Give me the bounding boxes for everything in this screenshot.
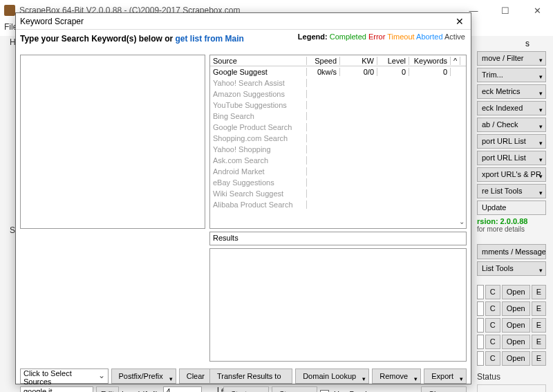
table-row[interactable]: Amazon Suggestions: [210, 88, 466, 100]
stop-button[interactable]: Stop: [272, 386, 317, 392]
cell-source: Ask.com Search: [210, 156, 307, 165]
trim-button[interactable]: Trim...: [477, 68, 546, 82]
postfix-prefix-button[interactable]: Postfix/Prefix: [111, 368, 176, 384]
legend-aborted: Aborted: [416, 32, 443, 41]
open-button-3[interactable]: Open: [502, 318, 530, 333]
e-button-1[interactable]: E: [532, 285, 546, 299]
legend-label: Legend:: [298, 32, 328, 41]
port-url-list-button-1[interactable]: port URL List: [477, 134, 546, 149]
table-row[interactable]: Alibaba Product Search: [210, 199, 466, 210]
open-button-5[interactable]: Open: [502, 351, 530, 366]
cell-source: Shopping.com Search: [210, 134, 307, 142]
list-input-4[interactable]: [477, 335, 484, 349]
section-label-1: s: [477, 39, 546, 48]
cell-source: Alibaba Product Search: [210, 200, 307, 209]
export-button[interactable]: Export: [424, 368, 467, 384]
port-url-list-button-2[interactable]: port URL List: [477, 151, 546, 165]
open-button-4[interactable]: Open: [502, 335, 530, 349]
table-row[interactable]: Wiki Search Suggest: [210, 188, 466, 199]
cell-source: Amazon Suggestions: [210, 90, 307, 98]
table-row[interactable]: Google Product Search: [210, 122, 466, 133]
c-button-5[interactable]: C: [485, 351, 500, 366]
transfer-results-button[interactable]: Transfer Results to Left Side: [209, 368, 292, 384]
list-input-1[interactable]: [477, 285, 484, 299]
c-button-4[interactable]: C: [485, 335, 500, 349]
use-proxies-checkbox[interactable]: ✓: [320, 390, 329, 393]
sources-table: Source Speed KW Level Keywords ^ Google …: [209, 55, 467, 229]
table-row[interactable]: Yahoo! Search Assist: [210, 77, 466, 88]
edit-button[interactable]: Edit: [96, 386, 119, 392]
table-row[interactable]: Shopping.com Search: [210, 133, 466, 144]
cell-source: Yahoo! Search Assist: [210, 79, 307, 87]
c-button-3[interactable]: C: [485, 318, 500, 333]
version-details: for more details: [477, 225, 546, 233]
table-header: Source Speed KW Level Keywords ^: [210, 55, 466, 66]
table-row[interactable]: Google Suggest0kw/s0/000: [210, 66, 466, 77]
close-button[interactable]: Close: [421, 386, 467, 392]
update-button[interactable]: Update: [477, 200, 546, 215]
table-row[interactable]: Bing Search: [210, 111, 466, 122]
get-list-link[interactable]: get list from Main: [176, 34, 244, 44]
domain-lookup-button[interactable]: Domain Lookup: [295, 368, 369, 384]
level-input[interactable]: 4: [163, 386, 202, 392]
export-pagerank-button[interactable]: xport URL's & PR: [477, 167, 546, 182]
col-kw[interactable]: KW: [340, 57, 377, 65]
list-input-3[interactable]: [477, 318, 484, 333]
col-keywords[interactable]: Keywords: [409, 57, 451, 65]
clear-button[interactable]: Clear: [179, 368, 212, 384]
remove-filter-button[interactable]: move / Filter: [477, 51, 546, 66]
check-indexed-button[interactable]: eck Indexed: [477, 101, 546, 115]
col-speed[interactable]: Speed: [307, 57, 340, 65]
col-level[interactable]: Level: [377, 57, 409, 65]
cell-kw: 0/0: [340, 68, 377, 76]
legend-timeout: Timeout: [387, 32, 414, 41]
e-button-5[interactable]: E: [532, 351, 546, 366]
c-button-1[interactable]: C: [485, 285, 500, 299]
open-button-1[interactable]: Open: [502, 285, 530, 299]
cell-source: YouTube Suggestions: [210, 101, 307, 109]
col-scroll-up[interactable]: ^: [451, 57, 460, 65]
start-button[interactable]: Start: [223, 386, 269, 392]
list-input-5[interactable]: [477, 351, 484, 366]
remove-button[interactable]: Remove: [372, 368, 421, 384]
table-row[interactable]: Android Market: [210, 166, 466, 177]
keyword-scraper-dialog: Keyword Scraper ✕ Type your Search Keywo…: [15, 12, 471, 384]
cell-keywords: 0: [409, 68, 451, 76]
maximize-button[interactable]: ☐: [489, 0, 521, 21]
list-tools-button-2[interactable]: List Tools: [477, 261, 546, 276]
cell-source: Yahoo! Shopping: [210, 145, 307, 153]
status-box: - -: [477, 384, 546, 392]
e-button-2[interactable]: E: [532, 301, 546, 316]
legend-error: Error: [368, 32, 385, 41]
col-source[interactable]: Source: [210, 57, 307, 65]
status-line-1: -: [480, 388, 543, 392]
table-row[interactable]: YouTube Suggestions: [210, 100, 466, 111]
legend-completed: Completed: [330, 32, 366, 41]
table-row[interactable]: Yahoo! Shopping: [210, 144, 466, 155]
legend-active: Active: [444, 32, 465, 41]
app-icon: [4, 5, 15, 16]
select-sources-dropdown[interactable]: Click to Select Sources: [20, 368, 109, 384]
cell-source: eBay Suggestions: [210, 178, 307, 187]
legend-row: Legend: Completed Error Timeout Aborted …: [298, 32, 465, 41]
keyword-input-area[interactable]: [20, 55, 205, 229]
check-metrics-button[interactable]: eck Metrics: [477, 84, 546, 99]
comments-messages-header: mments / Messages: [477, 244, 546, 259]
list-tools-button[interactable]: re List Tools: [477, 184, 546, 198]
table-row[interactable]: eBay Suggestions: [210, 177, 466, 188]
c-button-2[interactable]: C: [485, 301, 500, 316]
cell-source: Bing Search: [210, 112, 307, 120]
e-button-3[interactable]: E: [532, 318, 546, 333]
e-button-4[interactable]: E: [532, 335, 546, 349]
grab-check-button[interactable]: ab / Check: [477, 118, 546, 132]
cell-source: Android Market: [210, 167, 307, 176]
cell-source: Google Suggest: [210, 68, 307, 76]
tld-dropdown[interactable]: google.it: [20, 386, 93, 392]
table-row[interactable]: Ask.com Search: [210, 155, 466, 166]
list-input-2[interactable]: [477, 301, 484, 316]
scroll-down-icon[interactable]: ⌄: [459, 218, 465, 225]
cell-level: 0: [377, 68, 409, 76]
dialog-close-button[interactable]: ✕: [453, 16, 467, 27]
window-close-button[interactable]: ✕: [521, 0, 553, 21]
open-button-2[interactable]: Open: [502, 301, 530, 316]
